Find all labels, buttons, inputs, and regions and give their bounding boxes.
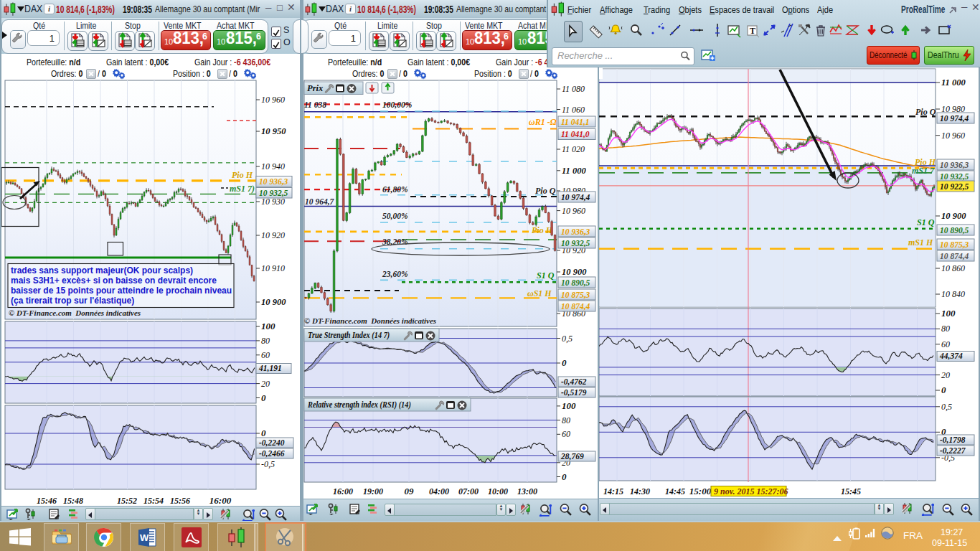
svg-text:80: 80	[261, 336, 270, 346]
svg-text:0: 0	[562, 357, 567, 368]
svg-text:0: 0	[261, 392, 266, 403]
svg-text:07:00: 07:00	[458, 486, 479, 496]
svg-text:10 960: 10 960	[261, 95, 285, 105]
svg-text:mais S3H1+ excès+ si on baisse: mais S3H1+ excès+ si on baisse on devrai…	[11, 276, 217, 286]
svg-text:mS1 7): mS1 7)	[230, 184, 255, 194]
svg-text:Pio Q: Pio Q	[915, 107, 936, 117]
svg-text:50,00%: 50,00%	[382, 212, 407, 220]
svg-text:-0,4762: -0,4762	[561, 377, 587, 386]
svg-text:9 nov. 2015 15:27:06: 9 nov. 2015 15:27:06	[714, 486, 788, 496]
svg-text:Relative strength index (RSI): Relative strength index (RSI) (14)	[307, 400, 411, 410]
svg-text:10 860: 10 860	[941, 263, 965, 273]
svg-text:mS1 H: mS1 H	[908, 237, 933, 248]
svg-text:S1 Q: S1 Q	[917, 217, 935, 227]
svg-text:ωR1 -Ω: ωR1 -Ω	[529, 117, 557, 127]
svg-text:80: 80	[562, 415, 570, 425]
svg-text:16:00: 16:00	[209, 495, 232, 506]
svg-text:10 950: 10 950	[261, 126, 286, 136]
svg-text:100,00%: 100,00%	[382, 100, 412, 109]
svg-text:0: 0	[941, 385, 946, 395]
svg-text:19:00: 19:00	[363, 486, 383, 496]
svg-text:10 920: 10 920	[261, 230, 285, 240]
svg-text:11 000: 11 000	[562, 166, 586, 176]
svg-text:-0,2227: -0,2227	[940, 446, 966, 455]
svg-text:10 932,5: 10 932,5	[940, 172, 969, 181]
svg-text:15:52: 15:52	[117, 496, 137, 506]
svg-text:10 936,3: 10 936,3	[259, 177, 288, 186]
svg-text:10 964,7: 10 964,7	[305, 197, 335, 206]
svg-text:10:00: 10:00	[488, 486, 508, 496]
svg-text:© DT-Finance.com Données indi: © DT-Finance.com Données indicatives	[304, 316, 436, 325]
svg-text:23,60%: 23,60%	[382, 270, 407, 278]
svg-text:100: 100	[562, 400, 576, 411]
svg-text:10 890,5: 10 890,5	[940, 226, 969, 235]
svg-text:(ça tirerait trop sur l'élasti: (ça tirerait trop sur l'élastique)	[11, 296, 134, 306]
svg-text:T: T	[750, 26, 755, 36]
svg-text:10 960: 10 960	[562, 206, 585, 216]
svg-text:11 060: 11 060	[562, 105, 585, 115]
svg-text:-0,5: -0,5	[261, 459, 275, 469]
svg-text:10 940: 10 940	[261, 161, 285, 171]
svg-text:11 038: 11 038	[304, 100, 326, 109]
svg-text:28,769: 28,769	[560, 452, 584, 461]
svg-text:61,80%: 61,80%	[382, 185, 407, 194]
svg-text:-0,1798: -0,1798	[940, 435, 966, 444]
svg-text:Pio H: Pio H	[232, 170, 253, 180]
svg-text:20: 20	[261, 379, 270, 389]
svg-text:10 936,3: 10 936,3	[940, 161, 969, 169]
svg-text:100: 100	[941, 308, 956, 319]
svg-text:-0,5179: -0,5179	[561, 388, 587, 397]
svg-text:16:00: 16:00	[333, 486, 353, 496]
svg-text:14:30: 14:30	[630, 486, 650, 496]
svg-text:0,5: 0,5	[562, 334, 573, 344]
svg-text:100: 100	[261, 321, 275, 331]
svg-text:True Strength Index (14 7): True Strength Index (14 7)	[308, 331, 390, 341]
svg-text:41,191: 41,191	[258, 364, 282, 372]
svg-text:14:15: 14:15	[603, 486, 623, 496]
svg-text:15:46: 15:46	[37, 496, 57, 506]
svg-text:0: 0	[562, 471, 567, 482]
svg-text:10 910: 10 910	[261, 263, 285, 273]
svg-text:10 900: 10 900	[562, 267, 587, 277]
svg-text:10 890,5: 10 890,5	[561, 278, 590, 287]
svg-text:Pio H: Pio H	[532, 225, 553, 235]
svg-text:10 874,4: 10 874,4	[561, 302, 590, 311]
svg-text:trades sans support majeur(OK: trades sans support majeur(OK pour scalp…	[11, 265, 193, 276]
svg-text:ωS1 H: ωS1 H	[527, 288, 552, 298]
svg-text:60: 60	[562, 429, 570, 439]
svg-text:10 874,4: 10 874,4	[940, 252, 969, 260]
svg-text:15:56: 15:56	[170, 496, 190, 506]
svg-text:11 080: 11 080	[562, 84, 585, 94]
svg-text:Pio Q: Pio Q	[535, 186, 556, 196]
svg-text:11 020: 11 020	[562, 144, 585, 154]
svg-text:0: 0	[261, 428, 266, 438]
svg-text:10 875,3: 10 875,3	[940, 240, 969, 249]
svg-text:20: 20	[941, 370, 950, 380]
svg-text:44,374: 44,374	[939, 352, 963, 360]
svg-text:10 900: 10 900	[261, 297, 286, 307]
svg-text:80: 80	[941, 324, 950, 334]
svg-text:60: 60	[941, 339, 950, 349]
svg-text:11 000: 11 000	[941, 77, 966, 88]
svg-text:baisser de 15 points pour atte: baisser de 15 points pour atteindre le p…	[11, 286, 232, 296]
svg-text:© DT-Finance.com Données indi: © DT-Finance.com Données indicatives	[9, 309, 141, 317]
svg-text:60: 60	[261, 350, 270, 360]
svg-text:S1 Q: S1 Q	[537, 270, 555, 281]
svg-text:10 932,5: 10 932,5	[259, 189, 288, 197]
svg-text:10 840: 10 840	[941, 289, 965, 299]
svg-text:mS1 7: mS1 7	[912, 166, 935, 176]
svg-text:-0,2466: -0,2466	[259, 449, 285, 458]
svg-text:10 922,5: 10 922,5	[940, 182, 969, 191]
svg-text:10 960: 10 960	[941, 131, 965, 141]
svg-text:W: W	[140, 532, 149, 543]
svg-text:13:00: 13:00	[517, 486, 537, 496]
svg-text:11 041,1: 11 041,1	[561, 118, 590, 126]
svg-text:10 974,4: 10 974,4	[940, 114, 969, 123]
svg-text:10 900: 10 900	[941, 211, 966, 221]
svg-text:09: 09	[405, 486, 415, 496]
svg-text:04:00: 04:00	[429, 486, 449, 496]
svg-text:15:00: 15:00	[689, 486, 712, 496]
svg-text:15:54: 15:54	[143, 496, 164, 506]
svg-text:15:48: 15:48	[63, 496, 83, 506]
svg-text:11 041,0: 11 041,0	[561, 130, 590, 138]
